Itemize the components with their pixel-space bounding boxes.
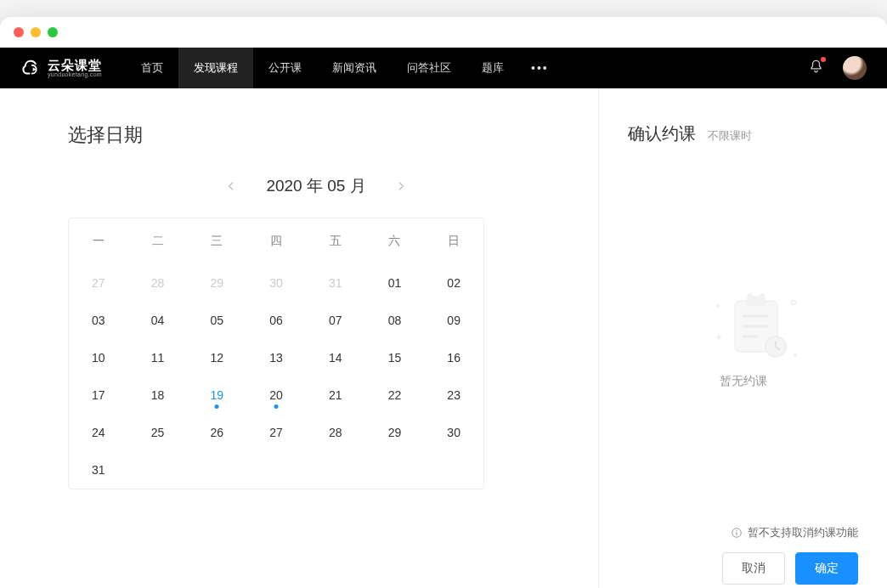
month-selector: 2020 年 05 月	[68, 175, 564, 197]
calendar-day[interactable]: 14	[306, 339, 365, 376]
nav-item-0[interactable]: 首页	[126, 48, 178, 88]
calendar-day[interactable]: 30	[424, 414, 483, 451]
info-icon	[731, 527, 743, 539]
note-row: 暂不支持取消约课功能	[628, 525, 858, 540]
weekday-header: 二	[128, 218, 188, 264]
nav-item-4[interactable]: 问答社区	[392, 48, 466, 88]
calendar-day[interactable]: 08	[365, 302, 425, 339]
svg-point-3	[794, 353, 797, 357]
calendar-day[interactable]: 06	[246, 302, 306, 339]
date-section-title: 选择日期	[68, 122, 564, 148]
calendar-day[interactable]: 18	[128, 376, 188, 414]
top-nav: 云朵课堂 yunduoketang.com 首页发现课程公开课新闻资讯问答社区题…	[0, 48, 887, 88]
empty-text: 暂无约课	[720, 374, 767, 389]
svg-point-1	[716, 304, 720, 308]
minimize-icon[interactable]	[31, 27, 41, 37]
confirm-title: 确认约课	[628, 122, 696, 145]
svg-point-6	[748, 293, 753, 298]
notification-dot	[821, 57, 826, 62]
calendar-day[interactable]: 27	[69, 264, 128, 302]
calendar-day[interactable]: 15	[365, 339, 425, 376]
calendar-day[interactable]: 02	[424, 264, 483, 302]
month-label: 2020 年 05 月	[266, 175, 365, 197]
logo-text: 云朵课堂	[48, 59, 102, 71]
chevron-left-icon	[225, 180, 237, 192]
nav-item-5[interactable]: 题库	[466, 48, 519, 88]
calendar-day[interactable]: 11	[128, 339, 188, 376]
window-controls	[0, 17, 887, 48]
nav-items: 首页发现课程公开课新闻资讯问答社区题库	[126, 48, 519, 88]
calendar-day[interactable]: 10	[69, 339, 128, 376]
weekday-header: 四	[246, 218, 306, 264]
calendar-day[interactable]: 27	[246, 414, 306, 451]
calendar-day[interactable]: 05	[187, 302, 246, 339]
calendar: 一二三四五六日 27282930310102030405060708091011…	[68, 218, 484, 489]
confirm-panel: 确认约课 不限课时	[598, 88, 887, 588]
calendar-day[interactable]: 13	[246, 339, 306, 376]
prev-month-button[interactable]	[222, 177, 240, 195]
svg-point-7	[760, 293, 765, 298]
nav-item-3[interactable]: 新闻资讯	[317, 48, 392, 88]
calendar-day[interactable]: 20	[246, 376, 306, 414]
calendar-day[interactable]: 31	[306, 264, 365, 302]
clipboard-clock-icon	[709, 291, 777, 359]
weekday-header: 日	[424, 218, 483, 264]
calendar-day[interactable]: 07	[306, 302, 365, 339]
logo-subtext: yunduoketang.com	[48, 71, 102, 77]
calendar-day[interactable]: 29	[187, 264, 246, 302]
svg-point-2	[791, 300, 795, 304]
calendar-day[interactable]: 01	[365, 264, 425, 302]
chevron-right-icon	[395, 180, 407, 192]
calendar-day[interactable]: 19	[187, 376, 246, 414]
notifications-button[interactable]	[808, 59, 824, 78]
calendar-day[interactable]: 29	[365, 414, 425, 451]
logo-icon	[20, 57, 42, 79]
calendar-day[interactable]: 03	[69, 302, 128, 339]
calendar-day[interactable]: 23	[424, 376, 483, 414]
avatar[interactable]	[843, 56, 867, 80]
calendar-day[interactable]: 16	[424, 339, 483, 376]
calendar-body: 2728293031010203040506070809101112131415…	[69, 264, 483, 489]
maximize-icon[interactable]	[48, 27, 58, 37]
calendar-day[interactable]: 26	[187, 414, 246, 451]
calendar-day[interactable]: 30	[246, 264, 306, 302]
calendar-day[interactable]: 25	[128, 414, 188, 451]
content: 选择日期 2020 年 05 月 一二三四五六日 272829303101020…	[0, 88, 887, 588]
weekday-header: 一	[69, 218, 128, 264]
weekday-header: 六	[365, 218, 425, 264]
calendar-day[interactable]: 22	[365, 376, 425, 414]
confirm-header: 确认约课 不限课时	[628, 122, 858, 145]
nav-item-2[interactable]: 公开课	[253, 48, 317, 88]
logo[interactable]: 云朵课堂 yunduoketang.com	[20, 57, 102, 79]
calendar-day[interactable]: 17	[69, 376, 128, 414]
weekday-header: 五	[306, 218, 365, 264]
empty-state: 暂无约课	[628, 154, 858, 525]
nav-item-1[interactable]: 发现课程	[178, 48, 253, 88]
calendar-day[interactable]: 21	[306, 376, 365, 414]
calendar-day[interactable]: 28	[128, 264, 188, 302]
button-row: 取消 确定	[628, 552, 858, 585]
calendar-day[interactable]: 31	[69, 451, 128, 489]
note-text: 暂不支持取消约课功能	[748, 525, 858, 540]
calendar-day[interactable]: 12	[187, 339, 246, 376]
confirm-button[interactable]: 确定	[795, 552, 858, 585]
calendar-day[interactable]: 28	[306, 414, 365, 451]
nav-more[interactable]: •••	[519, 61, 561, 75]
calendar-day[interactable]: 09	[424, 302, 483, 339]
next-month-button[interactable]	[392, 177, 410, 195]
date-panel: 选择日期 2020 年 05 月 一二三四五六日 272829303101020…	[0, 88, 598, 588]
calendar-header: 一二三四五六日	[69, 218, 483, 264]
close-icon[interactable]	[14, 27, 24, 37]
calendar-day[interactable]: 24	[69, 414, 128, 451]
cancel-button[interactable]: 取消	[722, 552, 785, 585]
nav-right	[808, 56, 867, 80]
weekday-header: 三	[187, 218, 246, 264]
confirm-subtitle: 不限课时	[708, 128, 752, 144]
calendar-day[interactable]: 04	[128, 302, 188, 339]
app-window: 云朵课堂 yunduoketang.com 首页发现课程公开课新闻资讯问答社区题…	[0, 17, 887, 588]
